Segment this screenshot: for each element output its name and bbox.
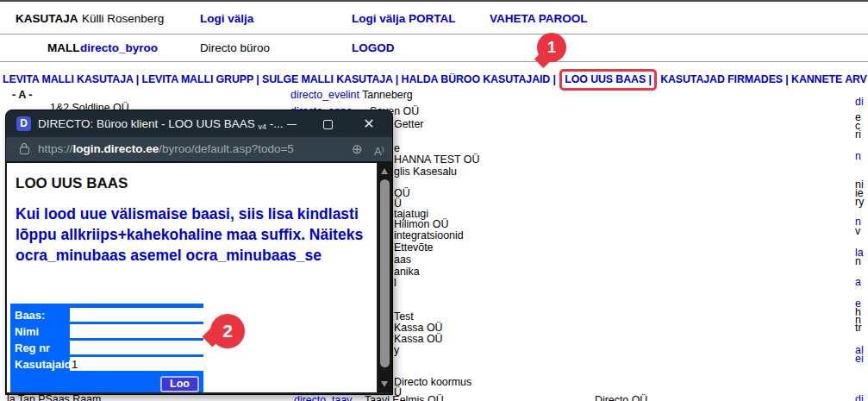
page-title: LOO UUS BAAS [16, 175, 128, 192]
popup-window: D DIRECTO: Büroo klient - LOO UUS BAAS v… [5, 110, 393, 395]
list-item-fragment: n [855, 150, 861, 162]
user-label: KASUTAJA [16, 12, 78, 25]
list-item-fragment: Directo koormus [394, 376, 471, 388]
regnr-label: Reg nr [15, 341, 70, 354]
close-icon[interactable]: ✕ [356, 110, 382, 137]
byroo-admin-screen: KASUTAJA Külli Rosenberg Logi välja Logi… [0, 0, 868, 401]
list-item-fragment: y [394, 344, 399, 356]
list-item-fragment: Test [394, 310, 414, 323]
scrollbar-thumb[interactable] [380, 179, 390, 367]
nav-links: LEVITA MALLI KASUTAJA | LEVITA MALLI GRU… [3, 69, 868, 91]
highlight-box: LOO UUS BAAS | [559, 69, 657, 91]
popup-content: LOO UUS BAAS Kui lood uue välismaise baa… [7, 163, 377, 392]
list-item-fragment: ry [855, 196, 864, 208]
divider [0, 61, 868, 62]
nimi-row: Nimi [15, 324, 200, 338]
list-item-fragment: integratsioonid [394, 229, 464, 241]
notice-text: Kui lood uue välismaise baasi, siis lisa… [16, 204, 371, 266]
list-item-fragment: di [855, 96, 864, 108]
nav-item-sulge-malli-kasutaja[interactable]: SULGE MALLI KASUTAJA [262, 73, 393, 85]
logos-link[interactable]: LOGOD [352, 41, 395, 54]
list-item-fragment: aas [394, 254, 411, 266]
popup-scrollbar[interactable] [378, 163, 392, 392]
list-item-fragment: directo_taav [294, 394, 353, 401]
list-item-fragment: Hilimon OÜ [394, 218, 448, 230]
nav-item-kasutajad-firmades[interactable]: KASUTAJAD FIRMADES [660, 73, 783, 85]
nav-item-levita-malli-kasutaja[interactable]: LEVITA MALLI KASUTAJA [3, 73, 133, 85]
template-name: Directo büroo [200, 41, 270, 54]
list-item-fragment: n [855, 255, 861, 267]
directo-favicon-icon: D [16, 116, 31, 131]
baas-row: Baas: [15, 308, 200, 322]
maximize-button[interactable] [315, 110, 340, 137]
address-url[interactable]: https://login.directo.ee/byroo/default.a… [38, 137, 294, 160]
list-item-fragment: Getter [394, 118, 423, 130]
kasutajaid-row: Kasutajaid [15, 357, 200, 371]
nav-item-levita-malli-grupp[interactable]: LEVITA MALLI GRUPP [141, 73, 253, 85]
zoom-page-icon[interactable]: ⊕ [352, 137, 363, 160]
template-id-link[interactable]: directo_byroo [80, 41, 158, 54]
top-border [0, 0, 868, 2]
baas-input[interactable] [70, 308, 225, 322]
popup-titlebar[interactable]: D DIRECTO: Büroo klient - LOO UUS BAAS v… [6, 110, 392, 137]
list-item-fragment: Directo OÜ [595, 394, 647, 401]
list-item-fragment: a [855, 276, 861, 288]
regnr-input[interactable] [70, 341, 225, 354]
form-button-row: Loo [15, 373, 200, 392]
list-item-fragment: HANNA TEST OÜ [394, 154, 479, 166]
change-password-link[interactable]: VAHETA PAROOL [490, 12, 588, 25]
nav-item-kannete-arv[interactable]: KANNETE ARV [791, 73, 867, 85]
kasutajaid-input[interactable] [70, 357, 225, 371]
list-item-fragment: tr [855, 322, 862, 334]
nav-item-halda-b-roo-kasutajaid[interactable]: HALDA BÜROO KASUTAJAID [402, 73, 551, 85]
create-form-fields: Baas:NimiReg nrKasutajaid [15, 308, 200, 371]
nav-item-loo-uus-baas[interactable]: LOO UUS BAAS [565, 73, 646, 85]
list-item-fragment: ei [855, 353, 864, 365]
popup-title: DIRECTO: Büroo klient - LOO UUS BAAS v4 … [38, 110, 284, 141]
list-item-fragment: Kassa OÜ [394, 322, 442, 334]
list-item-fragment: v [855, 225, 860, 237]
scroll-down-icon[interactable] [381, 381, 388, 387]
annotation-marker-2: 2 [210, 314, 245, 348]
list-item-fragment: glis Kasesalu [394, 166, 457, 178]
divider [0, 34, 868, 34]
create-database-form: Baas:NimiReg nrKasutajaid Loo [10, 304, 203, 392]
lock-icon [20, 147, 29, 154]
list-item-fragment: di [855, 393, 864, 401]
logout-link[interactable]: Logi välja [200, 12, 253, 25]
create-button[interactable]: Loo [160, 376, 199, 392]
popup-urlbar: https://login.directo.ee/byroo/default.a… [6, 137, 392, 163]
read-aloud-icon[interactable]: A) [374, 137, 384, 163]
list-item: directo_evelint Tanneberg [290, 89, 413, 101]
kasutajaid-label: Kasutajaid [15, 358, 70, 371]
list-item-fragment: e [394, 142, 400, 154]
scroll-up-icon[interactable] [381, 168, 388, 174]
list-item-fragment: l [394, 277, 397, 289]
list-item-fragment: Ettevõte [394, 241, 433, 254]
user-link[interactable]: directo_evelint [290, 89, 359, 101]
baas-label: Baas: [15, 309, 70, 322]
list-item-fragment: ri [855, 128, 861, 141]
minimize-button[interactable] [278, 110, 304, 137]
list-item-fragment: Taavi Eelmis OÜ [365, 394, 444, 401]
template-label: MALL [47, 41, 80, 54]
user-fullname: Tanneberg [362, 89, 413, 101]
list-item-fragment: Kassa OÜ [394, 333, 442, 345]
regnr-row: Reg nr [15, 341, 200, 354]
section-header-a: - A - [12, 89, 33, 101]
annotation-marker-1: 1 [537, 33, 566, 62]
logout-portal-link[interactable]: Logi välja PORTAL [352, 12, 456, 25]
list-item-fragment: anika [394, 266, 420, 278]
user-name: Külli Rosenberg [82, 12, 164, 25]
nimi-label: Nimi [15, 325, 70, 338]
